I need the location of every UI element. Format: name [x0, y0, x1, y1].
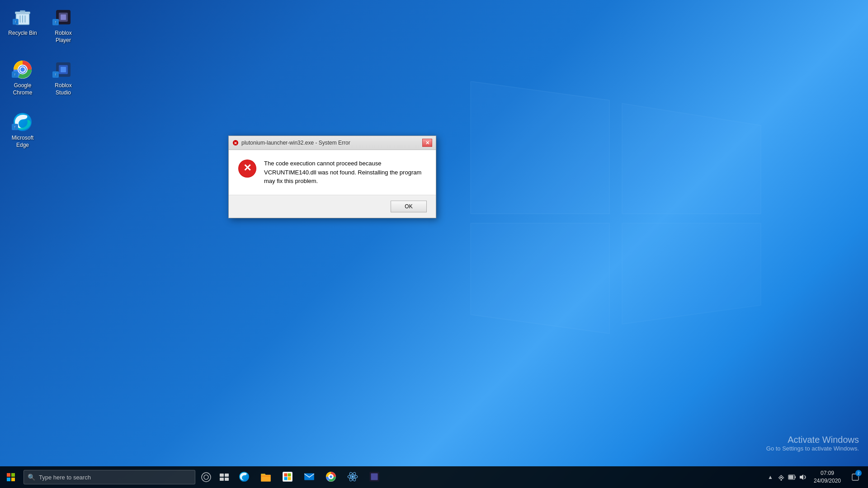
taskbar-app-plutonium[interactable] — [342, 466, 363, 488]
svg-rect-6 — [20, 10, 25, 12]
recycle-bin-label: Recycle Bin — [8, 30, 37, 37]
taskbar-app-other[interactable] — [363, 466, 385, 488]
notification-badge: 2 — [855, 470, 862, 476]
taskbar-store-icon — [282, 471, 293, 483]
volume-icon — [799, 474, 807, 481]
recycle-bin-icon: ↑ — [12, 6, 33, 28]
svg-rect-39 — [11, 478, 15, 481]
taskbar-clock[interactable]: 07:09 24/09/2020 — [808, 466, 846, 488]
svg-rect-54 — [304, 473, 314, 480]
svg-text:↑: ↑ — [55, 72, 57, 77]
taskbar-time: 07:09 — [821, 469, 834, 477]
svg-rect-25 — [61, 67, 66, 72]
taskbar-volume-icon[interactable] — [797, 466, 808, 488]
svg-rect-49 — [283, 472, 292, 482]
error-stop-icon: ✕ — [238, 159, 257, 178]
svg-text:↑: ↑ — [14, 125, 16, 129]
svg-rect-53 — [288, 477, 291, 480]
svg-rect-52 — [284, 477, 287, 480]
windows-start-icon — [7, 473, 15, 481]
svg-text:✕: ✕ — [243, 162, 251, 174]
svg-marker-68 — [800, 474, 803, 480]
warning-title-icon: ✕ — [232, 140, 239, 146]
taskbar-app-chrome[interactable] — [320, 466, 342, 488]
svg-marker-2 — [471, 223, 609, 333]
dialog-title: ✕ plutonium-launcher-win32.exe - System … — [232, 140, 350, 146]
taskbar-mail-icon — [303, 471, 315, 483]
network-icon — [778, 474, 785, 481]
desktop-icon-roblox-player[interactable]: ↑ Roblox Player — [45, 5, 81, 46]
taskbar-search-placeholder: Type here to search — [39, 474, 91, 481]
desktop-icon-google-chrome[interactable]: ↑ Google Chrome — [5, 57, 41, 98]
svg-marker-3 — [622, 223, 761, 324]
svg-text:↑: ↑ — [14, 72, 16, 77]
desktop-icons-area: ↑ Recycle Bin ↑ Roblox Player — [0, 0, 86, 162]
taskbar-battery-icon[interactable] — [787, 466, 797, 488]
battery-icon — [788, 474, 796, 481]
desktop-icon-roblox-studio[interactable]: ↑ Roblox Studio — [45, 57, 81, 98]
start-button[interactable] — [0, 466, 22, 488]
chevron-up-icon: ▲ — [768, 474, 773, 480]
svg-rect-42 — [220, 474, 224, 477]
microsoft-edge-icon: ↑ — [12, 111, 33, 133]
taskbar-app-mail[interactable] — [298, 466, 320, 488]
taskbar-date: 24/09/2020 — [814, 477, 841, 485]
svg-rect-67 — [789, 475, 793, 479]
svg-rect-63 — [371, 473, 377, 480]
svg-marker-0 — [471, 81, 609, 214]
microsoft-edge-label: Microsoft Edge — [6, 135, 39, 149]
cortana-icon — [201, 472, 211, 482]
dialog-footer: OK — [229, 195, 436, 218]
svg-rect-51 — [288, 473, 291, 476]
svg-point-41 — [204, 475, 208, 479]
task-view-icon — [220, 474, 229, 481]
svg-rect-14 — [61, 14, 66, 20]
taskbar-chrome-icon — [325, 471, 337, 483]
show-hidden-icons-button[interactable]: ▲ — [765, 466, 776, 488]
taskbar-cortana-button[interactable] — [197, 466, 215, 488]
taskbar-app-edge[interactable] — [233, 466, 255, 488]
svg-rect-37 — [11, 473, 15, 477]
svg-point-40 — [202, 473, 211, 482]
taskbar-notification-button[interactable]: 2 — [846, 466, 864, 488]
dialog-body: ✕ The code execution cannot proceed beca… — [229, 150, 436, 195]
svg-point-58 — [351, 475, 354, 478]
ok-button[interactable]: OK — [391, 201, 427, 212]
google-chrome-icon: ↑ — [12, 59, 33, 80]
svg-rect-43 — [225, 474, 229, 477]
taskbar: 🔍 Type here to search — [0, 466, 868, 488]
dialog-close-button[interactable]: ✕ — [422, 139, 432, 147]
taskbar-edge-icon — [238, 471, 250, 483]
windows-logo-wallpaper — [470, 81, 787, 352]
desktop-icon-recycle-bin[interactable]: ↑ Recycle Bin — [5, 5, 41, 46]
svg-point-64 — [780, 479, 782, 481]
taskbar-app-store[interactable] — [277, 466, 298, 488]
dialog-controls: ✕ — [422, 139, 432, 147]
activate-windows-watermark: Activate Windows Go to Settings to activ… — [766, 435, 859, 452]
taskbar-apps-area — [233, 466, 765, 488]
activate-windows-title: Activate Windows — [766, 435, 859, 445]
svg-rect-44 — [220, 478, 224, 481]
taskbar-app-file-explorer[interactable] — [255, 466, 277, 488]
roblox-studio-icon: ↑ — [52, 59, 74, 80]
taskbar-atom-icon — [347, 471, 359, 483]
svg-text:↑: ↑ — [55, 20, 57, 24]
svg-text:✕: ✕ — [234, 141, 237, 145]
taskbar-search-bar[interactable]: 🔍 Type here to search — [24, 470, 195, 484]
taskbar-system-tray: ▲ — [765, 466, 868, 488]
dialog-titlebar: ✕ plutonium-launcher-win32.exe - System … — [229, 136, 436, 150]
svg-point-57 — [330, 475, 332, 478]
desktop-icon-microsoft-edge[interactable]: ↑ Microsoft Edge — [5, 109, 41, 150]
google-chrome-label: Google Chrome — [6, 82, 39, 96]
svg-rect-48 — [261, 476, 271, 477]
roblox-player-icon: ↑ — [52, 6, 74, 28]
system-error-dialog[interactable]: ✕ plutonium-launcher-win32.exe - System … — [228, 136, 436, 218]
svg-rect-36 — [7, 473, 10, 477]
taskbar-task-view-button[interactable] — [215, 466, 233, 488]
svg-rect-38 — [7, 478, 10, 481]
taskbar-file-explorer-icon — [260, 471, 272, 483]
svg-rect-45 — [225, 478, 229, 481]
roblox-player-label: Roblox Player — [47, 30, 80, 44]
desktop: ↑ Recycle Bin ↑ Roblox Player — [0, 0, 868, 488]
taskbar-network-icon[interactable] — [776, 466, 787, 488]
